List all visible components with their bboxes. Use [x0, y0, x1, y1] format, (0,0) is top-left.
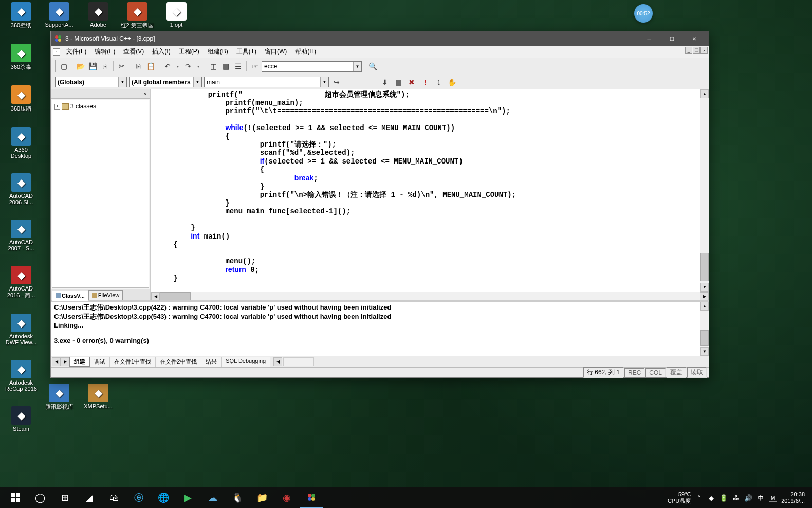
go-button[interactable]: ↪ [331, 77, 342, 88]
taskbar-store[interactable]: 🛍 [103, 487, 125, 508]
output-tab[interactable]: 结果 [201, 357, 222, 367]
output-tab[interactable]: SQL Debugging [222, 357, 270, 367]
mdi-restore-button[interactable]: ❐ [693, 47, 700, 54]
tab-scroll-left[interactable]: ◀ [52, 357, 61, 366]
menu-item[interactable]: 窗口(W) [261, 46, 291, 58]
menu-item[interactable]: 插入(I) [148, 46, 174, 58]
start-button[interactable] [4, 487, 27, 508]
tray-chevron-up-icon[interactable]: ˄ [695, 494, 703, 502]
members-combo[interactable]: (All global members ▼ [129, 77, 202, 87]
desktop-icon[interactable]: ◆腾讯影视库 [41, 384, 77, 411]
output-tab[interactable]: 在文件2中查找 [156, 357, 201, 367]
tray-icon[interactable]: 🔋 [719, 494, 728, 502]
desktop-icon[interactable]: ◆红2-第三帝国 [119, 2, 155, 29]
menu-item[interactable]: 工具(T) [232, 46, 261, 58]
close-button[interactable]: ✕ [683, 31, 706, 46]
desktop-icon[interactable]: ◆Autodesk ReCap 2016 [3, 360, 39, 392]
taskbar-vc[interactable] [300, 487, 323, 508]
taskbar-app[interactable]: ◢ [78, 487, 101, 508]
desktop-icon[interactable]: ◆Steam [3, 406, 39, 432]
output-tab[interactable]: 调试 [90, 357, 110, 367]
menu-item[interactable]: 工程(P) [175, 46, 204, 58]
scroll-thumb[interactable] [700, 253, 709, 281]
workspace-button[interactable]: ◫ [208, 61, 219, 72]
redo-dropdown[interactable]: ▾ [195, 61, 202, 72]
menu-item[interactable]: 查看(V) [119, 46, 148, 58]
maximize-button[interactable]: ☐ [660, 31, 683, 46]
tray-ime-icon2[interactable]: M [769, 494, 777, 502]
titlebar[interactable]: 3 - Microsoft Visual C++ - [3.cpp] ─ ☐ ✕ [51, 31, 709, 46]
desktop-icon[interactable]: ◆A360 Desktop [3, 127, 39, 159]
scroll-down-button[interactable]: ▼ [700, 283, 709, 292]
scroll-left-button[interactable]: ◀ [151, 292, 160, 300]
tray-clock[interactable]: 20:38 2019/6/... [781, 491, 805, 504]
mdi-minimize-button[interactable]: _ [685, 47, 692, 54]
chevron-down-icon[interactable]: ▼ [320, 77, 328, 87]
tab-fileview[interactable]: FileView [88, 290, 123, 300]
scroll-thumb[interactable] [700, 330, 709, 346]
build-button[interactable]: ▦ [393, 77, 404, 88]
scope-combo[interactable]: (Globals) ▼ [55, 77, 127, 87]
editor-hscroll[interactable]: ◀ ▶ [151, 292, 709, 300]
menu-item[interactable]: 编辑(E) [90, 46, 119, 58]
output-text[interactable]: C:\Users\王志伟\Desktop\3.cpp(422) : warnin… [51, 302, 709, 356]
copy-button[interactable]: ⎘ [133, 61, 144, 72]
desktop-icon[interactable]: ◆AutoCAD 2016 - 简... [3, 266, 39, 299]
tray-icon[interactable]: ◆ [707, 494, 715, 502]
scroll-thumb[interactable] [160, 292, 191, 300]
minimize-button[interactable]: ─ [638, 31, 660, 46]
find-button[interactable]: ☞ [249, 61, 261, 72]
open-button[interactable]: 📂 [75, 61, 86, 72]
tray-network-icon[interactable]: 🖧 [732, 494, 740, 502]
compile-button[interactable]: ⬇ [379, 77, 391, 88]
paste-button[interactable]: 📋 [145, 61, 156, 72]
class-tree[interactable]: + 3 classes [52, 100, 149, 288]
chevron-down-icon[interactable]: ▼ [353, 62, 361, 71]
taskbar-cloud[interactable]: ☁ [201, 487, 224, 508]
save-button[interactable]: 💾 [87, 61, 98, 72]
desktop-icon[interactable]: ◆AutoCAD 2007 - S... [3, 220, 39, 251]
scroll-right-button[interactable]: ▶ [700, 292, 709, 300]
find-combo[interactable]: ecce ▼ [262, 61, 362, 72]
toolbar-grip[interactable] [53, 60, 56, 72]
execute-button[interactable]: ! [419, 77, 431, 88]
go-debug-button[interactable]: ⤵ [433, 77, 444, 88]
menu-item[interactable]: 组建(B) [204, 46, 232, 58]
hscroll-track[interactable] [283, 357, 314, 366]
desktop-icon[interactable]: ◆AutoCAD 2006 Si... [3, 173, 39, 205]
output-tab[interactable]: 在文件1中查找 [110, 357, 156, 367]
taskbar-netease[interactable]: ◉ [275, 487, 298, 508]
desktop-icon[interactable]: ◆Autodesk DWF View... [3, 314, 39, 346]
taskbar-edge[interactable]: 🌐 [152, 487, 175, 508]
mdi-close-button[interactable]: × [700, 47, 708, 54]
menu-item[interactable]: 帮助(H) [291, 46, 320, 58]
cortana-button[interactable]: ◯ [29, 487, 51, 508]
desktop-icon[interactable]: ◆360杀毒 [3, 44, 39, 71]
panel-close-button[interactable]: × [142, 90, 149, 98]
desktop-icon[interactable]: ◆SupportA... [41, 2, 77, 29]
tray-volume-icon[interactable]: 🔊 [744, 494, 752, 502]
taskbar-media[interactable]: ▶ [177, 487, 199, 508]
menu-item[interactable]: 文件(F) [62, 46, 90, 58]
undo-dropdown[interactable]: ▾ [174, 61, 181, 72]
scroll-up-button[interactable]: ▲ [700, 302, 709, 311]
expand-icon[interactable]: + [54, 104, 60, 110]
desktop-icon[interactable]: ◆1.opt [158, 2, 194, 29]
find-in-files-button[interactable]: 🔍 [367, 61, 378, 72]
desktop-icon[interactable]: ◆XMPSetu... [80, 384, 116, 411]
desktop-icon[interactable]: ◆360压缩 [3, 85, 39, 113]
output-tab[interactable]: 组建 [69, 357, 90, 367]
tab-classview[interactable]: ClassV... [52, 291, 88, 301]
tray-cpu-temp[interactable]: 59℃ CPU温度 [668, 491, 691, 504]
function-combo[interactable]: main ▼ [204, 77, 329, 87]
redo-button[interactable]: ↷ [182, 61, 194, 72]
tray-ime-icon[interactable]: 中 [756, 494, 765, 502]
hscroll-left[interactable]: ◀ [273, 357, 282, 366]
editor-vscroll[interactable]: ▲ ▼ [700, 89, 709, 292]
tree-item-classes[interactable]: + 3 classes [54, 102, 146, 111]
scroll-down-button[interactable]: ▼ [700, 347, 709, 356]
breakpoint-button[interactable]: ✋ [446, 77, 457, 88]
output-vscroll[interactable]: ▲ ▼ [700, 302, 709, 356]
stop-build-button[interactable]: ✖ [406, 77, 417, 88]
cut-button[interactable]: ✂ [116, 61, 127, 72]
